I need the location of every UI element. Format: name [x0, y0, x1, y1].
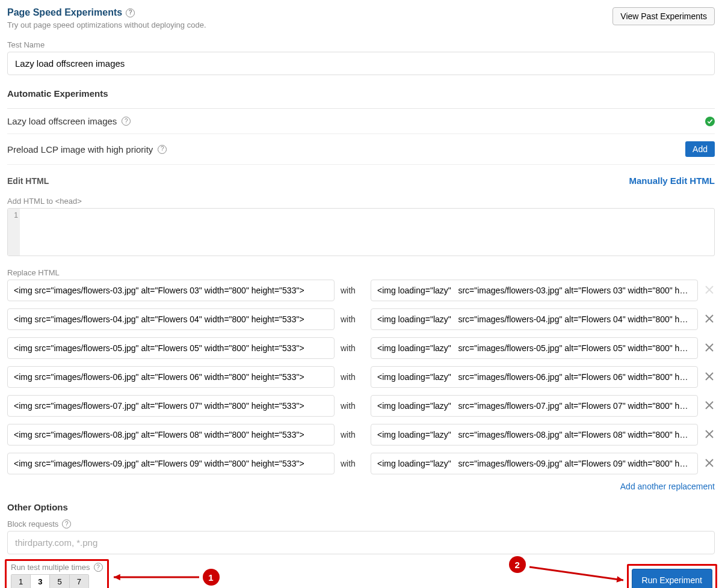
- run-count-toggle[interactable]: 1357: [11, 574, 89, 588]
- test-name-label: Test Name: [7, 40, 715, 49]
- help-icon[interactable]: ?: [126, 8, 135, 17]
- replace-to-input[interactable]: [371, 453, 698, 474]
- replace-to-input[interactable]: [371, 395, 698, 417]
- add-another-replacement-link[interactable]: Add another replacement: [620, 482, 715, 491]
- run-count-option[interactable]: 1: [11, 574, 31, 588]
- replace-from-input[interactable]: [7, 424, 335, 446]
- with-label: with: [341, 430, 365, 439]
- with-label: with: [341, 314, 365, 324]
- replace-html-row: with: [7, 366, 715, 388]
- replace-from-input[interactable]: [7, 453, 335, 474]
- run-multiple-label: Run test multiple times: [11, 563, 90, 572]
- replace-from-input[interactable]: [7, 308, 335, 330]
- page-subtitle: Try out page speed optimizations without…: [7, 20, 206, 29]
- replace-html-label: Replace HTML: [7, 268, 715, 277]
- run-count-option[interactable]: 5: [49, 574, 69, 588]
- with-label: with: [341, 286, 365, 295]
- view-past-experiments-button[interactable]: View Past Experiments: [612, 7, 715, 25]
- run-count-option[interactable]: 3: [30, 574, 50, 588]
- experiment-label: Lazy load offscreen images: [7, 116, 117, 126]
- other-options-title: Other Options: [7, 502, 715, 512]
- replace-from-input[interactable]: [7, 280, 335, 301]
- with-label: with: [341, 343, 365, 353]
- add-html-head-label: Add HTML to <head>: [7, 197, 715, 206]
- close-icon[interactable]: [704, 458, 715, 470]
- replace-from-input[interactable]: [7, 395, 335, 417]
- help-icon[interactable]: ?: [94, 563, 103, 572]
- close-icon[interactable]: [704, 372, 715, 383]
- help-icon[interactable]: ?: [158, 145, 167, 154]
- replace-html-row: with: [7, 280, 715, 301]
- test-name-input[interactable]: [7, 52, 715, 75]
- replace-to-input[interactable]: [371, 308, 698, 330]
- run-experiment-button[interactable]: Run Experiment: [632, 569, 712, 588]
- replace-to-input[interactable]: [371, 424, 698, 446]
- with-label: with: [341, 372, 365, 382]
- page-title: Page Speed Experiments ?: [7, 7, 206, 18]
- page-title-text: Page Speed Experiments: [7, 7, 122, 18]
- automatic-experiment-row: Lazy load offscreen images?: [7, 109, 715, 134]
- close-icon: [704, 285, 715, 296]
- replace-html-row: with: [7, 337, 715, 359]
- code-gutter: 1: [8, 209, 20, 256]
- replace-html-row: with: [7, 308, 715, 330]
- automatic-experiment-row: Preload LCP image with high priority?Add: [7, 134, 715, 165]
- automatic-experiments-title: Automatic Experiments: [7, 88, 715, 99]
- block-requests-input[interactable]: [7, 531, 715, 554]
- run-count-option[interactable]: 7: [69, 574, 89, 588]
- add-experiment-button[interactable]: Add: [685, 141, 715, 157]
- edit-html-title: Edit HTML: [7, 176, 49, 186]
- with-label: with: [341, 401, 365, 411]
- with-label: with: [341, 459, 365, 468]
- replace-html-row: with: [7, 453, 715, 474]
- close-icon[interactable]: [704, 343, 715, 354]
- replace-html-row: with: [7, 395, 715, 417]
- check-icon: [705, 117, 715, 126]
- manually-edit-html-link[interactable]: Manually Edit HTML: [629, 176, 715, 186]
- replace-from-input[interactable]: [7, 366, 335, 388]
- replace-to-input[interactable]: [371, 366, 698, 388]
- close-icon[interactable]: [704, 314, 715, 325]
- replace-to-input[interactable]: [371, 337, 698, 359]
- experiment-label: Preload LCP image with high priority: [7, 144, 153, 155]
- add-html-head-editor[interactable]: 1: [7, 208, 715, 256]
- close-icon[interactable]: [704, 429, 715, 441]
- replace-html-row: with: [7, 424, 715, 446]
- help-icon[interactable]: ?: [62, 519, 71, 528]
- replace-from-input[interactable]: [7, 337, 335, 359]
- replace-to-input[interactable]: [371, 280, 698, 301]
- block-requests-label: Block requests: [7, 519, 58, 528]
- close-icon[interactable]: [704, 400, 715, 412]
- help-icon[interactable]: ?: [122, 117, 131, 126]
